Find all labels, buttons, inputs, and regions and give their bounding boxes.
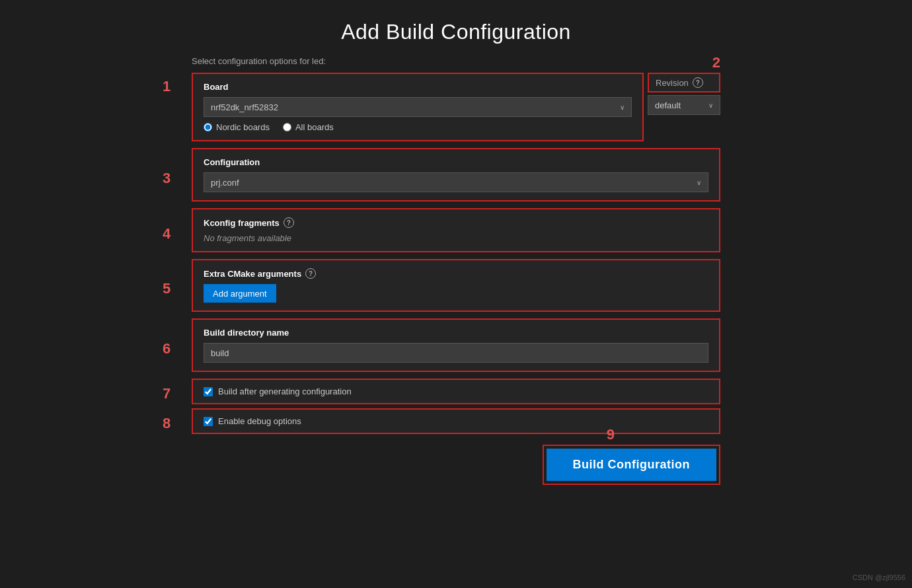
build-configuration-button[interactable]: Build Configuration: [547, 449, 716, 481]
build-after-container: 7 Build after generating configuration: [192, 379, 720, 408]
annotation-3: 3: [163, 170, 171, 187]
revision-chevron-icon: ∨: [708, 102, 713, 109]
cmake-label: Extra CMake arguments ?: [204, 268, 708, 279]
revision-box[interactable]: Revision ?: [648, 73, 720, 92]
kconfig-section: Kconfig fragments ? No fragments availab…: [192, 208, 720, 252]
subtitle-row: Select configuration options for led:: [192, 56, 720, 66]
kconfig-placeholder: No fragments available: [204, 233, 708, 243]
configuration-section: Configuration prj.conf ∨: [192, 148, 720, 202]
configuration-container: 3 Configuration prj.conf ∨: [192, 148, 720, 208]
revision-dropdown[interactable]: default ∨: [648, 95, 720, 115]
build-dir-label: Build directory name: [204, 328, 708, 338]
all-boards-option[interactable]: All boards: [283, 122, 334, 132]
annotation-4: 4: [163, 225, 171, 242]
add-argument-button[interactable]: Add argument: [204, 284, 276, 303]
subtitle: Select configuration options for led:: [192, 56, 326, 66]
build-dir-section: Build directory name: [192, 318, 720, 372]
revision-value: default: [655, 100, 681, 110]
configuration-dropdown[interactable]: prj.conf ∨: [204, 172, 708, 192]
annotation-1: 1: [163, 78, 171, 95]
cmake-help-icon[interactable]: ?: [305, 268, 316, 279]
board-revision-container: 1 2 Board nrf52dk_nrf52832 ∨: [192, 73, 720, 141]
annotation-7: 7: [163, 385, 171, 402]
nordic-boards-radio[interactable]: [204, 123, 212, 131]
annotation-5: 5: [163, 280, 171, 297]
board-revision-row: Board nrf52dk_nrf52832 ∨ Nordic boards: [192, 73, 720, 141]
board-dropdown[interactable]: nrf52dk_nrf52832 ∨: [204, 97, 632, 117]
revision-label: Revision: [656, 78, 689, 88]
build-dir-container: 6 Build directory name: [192, 318, 720, 379]
board-radio-row: Nordic boards All boards: [204, 122, 632, 132]
form-area: 1 2 Board nrf52dk_nrf52832 ∨: [192, 73, 720, 485]
page-container: Add Build Configuration Select configura…: [0, 0, 912, 588]
nordic-boards-option[interactable]: Nordic boards: [204, 122, 270, 132]
board-section: Board nrf52dk_nrf52832 ∨ Nordic boards: [192, 73, 644, 141]
cmake-section: Extra CMake arguments ? Add argument: [192, 259, 720, 312]
debug-container: 8 Enable debug options: [192, 408, 720, 438]
kconfig-container: 4 Kconfig fragments ? No fragments avail…: [192, 208, 720, 259]
board-label: Board: [204, 82, 632, 92]
build-config-btn-wrapper: Build Configuration: [543, 445, 720, 485]
build-dir-input[interactable]: [204, 343, 708, 363]
configuration-value: prj.conf: [211, 178, 239, 188]
kconfig-label: Kconfig fragments ?: [204, 217, 708, 228]
watermark: CSDN @zjl9556: [853, 573, 905, 581]
annotation-2: 2: [712, 54, 720, 71]
annotation-9: 9: [607, 426, 615, 443]
revision-column: Revision ? default ∨: [648, 73, 720, 115]
annotation-6: 6: [163, 340, 171, 357]
build-after-checkbox[interactable]: [204, 387, 213, 396]
board-value: nrf52dk_nrf52832: [211, 102, 278, 112]
debug-section: Enable debug options: [192, 408, 720, 434]
annotation-8: 8: [163, 415, 171, 432]
debug-checkbox[interactable]: [204, 417, 213, 426]
debug-label: Enable debug options: [218, 416, 301, 426]
board-chevron-icon: ∨: [620, 104, 625, 111]
config-chevron-icon: ∨: [697, 179, 701, 186]
all-boards-radio[interactable]: [283, 123, 291, 131]
revision-help-icon[interactable]: ?: [693, 77, 703, 88]
board-input-row: nrf52dk_nrf52832 ∨: [204, 97, 632, 117]
page-title: Add Build Configuration: [341, 20, 571, 44]
cmake-container: 5 Extra CMake arguments ? Add argument: [192, 259, 720, 318]
configuration-label: Configuration: [204, 157, 708, 167]
bottom-row: 9 Build Configuration: [192, 445, 720, 485]
build-after-section: Build after generating configuration: [192, 379, 720, 404]
build-after-label: Build after generating configuration: [218, 386, 352, 396]
annotation-2-area: 2: [712, 54, 720, 71]
nordic-boards-label: Nordic boards: [216, 122, 270, 132]
all-boards-label: All boards: [295, 122, 334, 132]
kconfig-help-icon[interactable]: ?: [284, 217, 294, 228]
